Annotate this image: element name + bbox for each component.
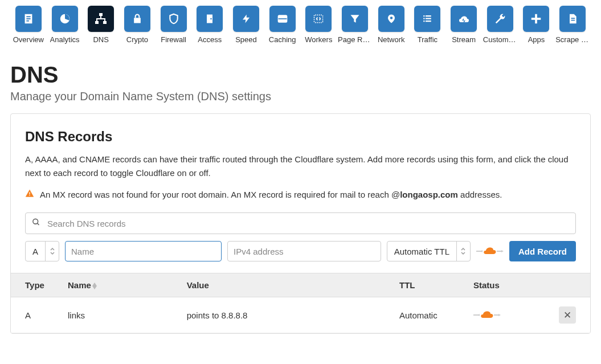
svg-rect-1: [26, 18, 30, 19]
cell-ttl: Automatic: [394, 297, 468, 333]
svg-point-13: [280, 20, 281, 21]
doc-icon: [559, 6, 586, 32]
nav-label: DNS: [93, 35, 108, 44]
col-type[interactable]: Type: [11, 273, 62, 297]
svg-point-12: [280, 17, 281, 18]
record-type-value: A: [26, 247, 45, 256]
svg-rect-7: [134, 18, 141, 23]
add-record-form: A Automatic TTL Add Record: [25, 241, 576, 261]
svg-point-15: [390, 17, 393, 19]
nav-item-apps[interactable]: Apps: [518, 6, 555, 44]
col-name[interactable]: Name: [62, 273, 181, 297]
nav-label: Analytics: [50, 35, 80, 44]
svg-rect-4: [99, 13, 103, 16]
mx-warning: An MX record was not found for your root…: [25, 189, 576, 200]
add-record-button[interactable]: Add Record: [509, 241, 576, 261]
nav-item-speed[interactable]: Speed: [228, 6, 264, 44]
nav-item-custom-p-[interactable]: Custom P...: [482, 6, 518, 44]
bolt-icon: [233, 6, 259, 32]
nav-item-firewall[interactable]: Firewall: [156, 6, 192, 44]
card-description: A, AAAA, and CNAME records can have thei…: [25, 153, 576, 180]
col-status[interactable]: Status: [468, 273, 553, 297]
record-name-input[interactable]: [65, 241, 222, 261]
nav-label: Workers: [305, 35, 332, 44]
plus-icon: [523, 6, 549, 32]
shield-icon: [161, 6, 187, 32]
list-icon: [414, 6, 440, 32]
top-navigation: OverviewAnalyticsDNSCryptoFirewallAccess…: [0, 0, 601, 47]
cloud-icon: [451, 6, 477, 32]
svg-point-28: [33, 219, 38, 224]
wrench-icon: [487, 6, 513, 32]
nav-item-scrape-sh-[interactable]: Scrape Sh...: [554, 6, 591, 44]
nav-label: Firewall: [161, 35, 186, 44]
svg-rect-21: [426, 21, 431, 22]
col-value[interactable]: Value: [181, 273, 394, 297]
file-icon: [15, 6, 42, 32]
select-arrow-icon: [45, 242, 59, 261]
nav-item-dns[interactable]: DNS: [83, 6, 119, 44]
nav-item-traffic[interactable]: Traffic: [410, 6, 446, 44]
search-icon: [32, 218, 40, 229]
pin-icon: [378, 6, 404, 32]
warning-text: An MX record was not found for your root…: [40, 190, 502, 199]
search-input[interactable]: [25, 212, 576, 234]
delete-record-button[interactable]: ✕: [559, 306, 576, 324]
svg-rect-27: [29, 195, 30, 195]
svg-point-9: [211, 18, 212, 20]
record-type-select[interactable]: A: [25, 241, 59, 261]
record-ip-input[interactable]: [227, 241, 381, 261]
nav-label: Overview: [13, 35, 44, 44]
page-title: DNS: [10, 62, 591, 88]
svg-rect-23: [532, 18, 541, 20]
nav-label: Traffic: [418, 35, 438, 44]
col-ttl[interactable]: TTL: [394, 273, 468, 297]
select-arrow-icon: [456, 242, 470, 261]
svg-line-29: [37, 223, 39, 225]
drive-icon: [269, 6, 296, 32]
nav-label: Speed: [235, 35, 257, 44]
nav-item-overview[interactable]: Overview: [10, 6, 47, 44]
code-icon: [305, 6, 332, 32]
nav-item-caching[interactable]: Caching: [264, 6, 301, 44]
svg-rect-26: [29, 192, 30, 194]
nav-label: Scrape Sh...: [555, 35, 590, 44]
nav-item-network[interactable]: Network: [373, 6, 410, 44]
proxy-toggle-icon[interactable]: [476, 244, 504, 258]
nav-item-analytics[interactable]: Analytics: [47, 6, 83, 44]
warning-icon: [25, 189, 34, 200]
nav-item-crypto[interactable]: Crypto: [119, 6, 156, 44]
table-row[interactable]: Alinkspoints to 8.8.8.8Automatic✕: [11, 297, 590, 333]
nav-item-stream[interactable]: Stream: [445, 6, 482, 44]
card-heading: DNS Records: [25, 129, 576, 145]
nav-label: Caching: [269, 35, 296, 44]
search-records: [25, 212, 576, 234]
svg-rect-18: [424, 18, 425, 19]
network-icon: [88, 6, 114, 32]
pie-icon: [52, 6, 78, 32]
svg-rect-14: [314, 15, 323, 22]
cell-value: points to 8.8.8.8: [181, 297, 394, 333]
ttl-value: Automatic TTL: [387, 247, 456, 256]
nav-label: Apps: [528, 35, 545, 44]
cell-status[interactable]: [468, 297, 553, 333]
funnel-icon: [342, 6, 368, 32]
records-table: Type Name Value TTL Status Alinkspoints …: [11, 273, 590, 333]
page-subtitle: Manage your Domain Name System (DNS) set…: [10, 90, 591, 103]
svg-rect-16: [424, 15, 425, 17]
svg-rect-6: [103, 21, 107, 24]
nav-label: Stream: [452, 35, 476, 44]
svg-rect-0: [26, 16, 30, 17]
nav-item-access[interactable]: Access: [191, 6, 228, 44]
ttl-select[interactable]: Automatic TTL: [387, 241, 471, 261]
cell-name: links: [62, 297, 181, 333]
nav-item-workers[interactable]: Workers: [301, 6, 337, 44]
lock-icon: [124, 6, 150, 32]
svg-rect-17: [426, 15, 431, 17]
svg-rect-20: [424, 21, 425, 22]
nav-item-page-rules[interactable]: Page Rules: [337, 6, 373, 44]
nav-label: Crypto: [126, 35, 148, 44]
nav-label: Custom P...: [483, 35, 517, 44]
svg-rect-19: [426, 18, 431, 19]
svg-rect-5: [95, 21, 99, 24]
